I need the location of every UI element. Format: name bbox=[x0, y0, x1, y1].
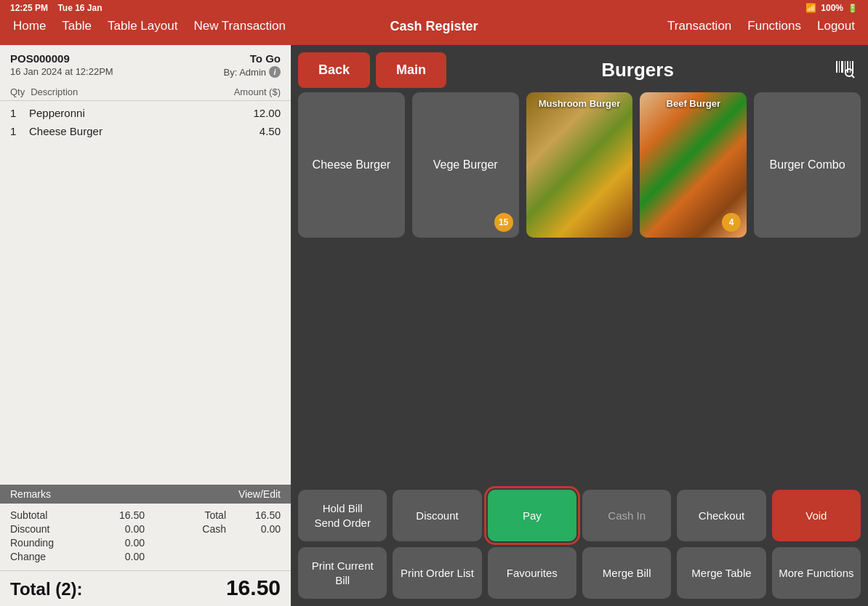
view-edit-link[interactable]: View/Edit bbox=[238, 488, 281, 500]
rounding-label: Rounding bbox=[10, 537, 68, 549]
receipt-top-row: POS000009 To Go bbox=[10, 52, 281, 65]
checkout-button[interactable]: Checkout bbox=[677, 490, 765, 541]
item-price-2: 4.50 bbox=[260, 125, 281, 137]
nav-table[interactable]: Table bbox=[62, 19, 92, 33]
order-type: To Go bbox=[250, 52, 281, 65]
print-order-list-button[interactable]: Print Order List bbox=[393, 547, 481, 599]
cash-right: Cash 0.00 bbox=[186, 523, 281, 535]
discount-button[interactable]: Discount bbox=[393, 490, 481, 541]
pay-button[interactable]: Pay bbox=[488, 490, 576, 541]
menu-item-label: Cheese Burger bbox=[307, 153, 397, 177]
nav-functions[interactable]: Functions bbox=[747, 19, 801, 33]
by-admin: By: Admin i bbox=[223, 66, 281, 78]
print-current-bill-button[interactable]: Print Current Bill bbox=[298, 547, 387, 599]
date: Tue 16 Jan bbox=[57, 3, 102, 13]
beef-burger-badge: 4 bbox=[722, 213, 741, 232]
barcode-search-button[interactable] bbox=[829, 55, 861, 86]
col-amount-header: Amount ($) bbox=[234, 86, 281, 97]
menu-area: Back Main Burgers bbox=[291, 45, 868, 485]
item-qty-1: 1 bbox=[10, 107, 25, 119]
battery-percent: 100% bbox=[821, 3, 843, 13]
menu-item-vege-burger[interactable]: Vege Burger 15 bbox=[412, 92, 519, 238]
menu-item-mushroom-burger[interactable]: Mushroom Burger bbox=[526, 92, 633, 238]
main-layout: POS000009 To Go 16 Jan 2024 at 12:22PM B… bbox=[0, 45, 868, 606]
grand-total-row: Total (2): 16.50 bbox=[0, 570, 291, 606]
subtotal-left: Subtotal 16.50 bbox=[10, 509, 145, 521]
time: 12:25 PM bbox=[10, 3, 48, 13]
nav-home[interactable]: Home bbox=[13, 19, 46, 33]
svg-rect-0 bbox=[836, 61, 837, 73]
menu-item-label: Vege Burger bbox=[427, 153, 504, 177]
barcode-icon bbox=[835, 58, 855, 78]
receipt-date: 16 Jan 2024 at 12:22PM bbox=[10, 66, 113, 77]
change-label: Change bbox=[10, 551, 68, 562]
status-right: 📶 100% 🔋 bbox=[805, 3, 858, 13]
grand-total-value: 16.50 bbox=[226, 575, 281, 600]
menu-item-cheese-burger[interactable]: Cheese Burger bbox=[298, 92, 405, 238]
remarks-section: Remarks View/Edit bbox=[0, 485, 291, 504]
nav-right: Transaction Functions Logout bbox=[667, 19, 855, 33]
svg-line-8 bbox=[852, 76, 854, 78]
svg-rect-5 bbox=[850, 61, 851, 73]
total-label: Total bbox=[186, 509, 226, 521]
cash-in-button[interactable]: Cash In bbox=[582, 490, 671, 541]
receipt-item[interactable]: 1 Cheese Burger 4.50 bbox=[10, 125, 281, 137]
top-bar: 12:25 PM Tue 16 Jan 📶 100% 🔋 Home Table … bbox=[0, 0, 868, 45]
totals-section: Subtotal 16.50 Total 16.50 Discount 0.00… bbox=[0, 504, 291, 570]
menu-item-label: Beef Burger bbox=[640, 98, 747, 109]
battery-icon: 🔋 bbox=[848, 4, 858, 13]
main-button[interactable]: Main bbox=[376, 52, 446, 88]
merge-bill-button[interactable]: Merge Bill bbox=[582, 547, 671, 599]
rounding-value: 0.00 bbox=[105, 537, 145, 549]
rounding-row: Rounding 0.00 bbox=[10, 537, 281, 549]
nav-left: Home Table Table Layout New Transaction bbox=[13, 19, 286, 33]
menu-item-beef-burger[interactable]: Beef Burger 4 bbox=[640, 92, 747, 238]
cash-label: Cash bbox=[186, 523, 226, 535]
menu-item-burger-combo[interactable]: Burger Combo bbox=[754, 92, 861, 238]
status-bar: 12:25 PM Tue 16 Jan 📶 100% 🔋 bbox=[0, 0, 868, 16]
receipt-items: 1 Pepperonni 12.00 1 Cheese Burger 4.50 bbox=[0, 101, 291, 485]
receipt-item[interactable]: 1 Pepperonni 12.00 bbox=[10, 107, 281, 119]
discount-value: 0.00 bbox=[105, 523, 145, 535]
discount-label: Discount bbox=[10, 523, 68, 535]
admin-label: By: Admin bbox=[223, 67, 266, 78]
subtotal-value: 16.50 bbox=[105, 509, 145, 521]
svg-rect-4 bbox=[847, 61, 848, 73]
rounding-left: Rounding 0.00 bbox=[10, 537, 145, 549]
change-row: Change 0.00 bbox=[10, 551, 281, 562]
nav-transaction[interactable]: Transaction bbox=[667, 19, 731, 33]
pos-number: POS000009 bbox=[10, 52, 70, 65]
receipt-column-headers: Qty Description Amount ($) bbox=[0, 84, 291, 101]
item-qty-2: 1 bbox=[10, 125, 25, 137]
change-left: Change 0.00 bbox=[10, 551, 145, 562]
discount-row: Discount 0.00 Cash 0.00 bbox=[10, 523, 281, 535]
hold-bill-send-order-button[interactable]: Hold Bill Send Order bbox=[298, 490, 387, 541]
receipt-header: POS000009 To Go 16 Jan 2024 at 12:22PM B… bbox=[0, 45, 291, 84]
nav-center-title: Cash Register bbox=[390, 19, 478, 34]
col-qty-header: Qty bbox=[10, 86, 25, 97]
more-functions-button[interactable]: More Functions bbox=[772, 547, 861, 599]
svg-point-7 bbox=[845, 69, 853, 76]
back-button[interactable]: Back bbox=[298, 52, 370, 88]
menu-item-label: Mushroom Burger bbox=[526, 98, 633, 109]
menu-grid: Cheese Burger Vege Burger 15 Mushroom Bu… bbox=[291, 92, 868, 485]
menu-nav: Back Main Burgers bbox=[291, 45, 868, 92]
nav-logout[interactable]: Logout bbox=[817, 19, 855, 33]
status-time-date: 12:25 PM Tue 16 Jan bbox=[10, 3, 103, 13]
right-panel: Back Main Burgers bbox=[291, 45, 868, 606]
receipt-date-row: 16 Jan 2024 at 12:22PM By: Admin i bbox=[10, 66, 281, 78]
subtotal-row: Subtotal 16.50 Total 16.50 bbox=[10, 509, 281, 521]
info-icon[interactable]: i bbox=[269, 66, 281, 78]
svg-rect-2 bbox=[841, 61, 843, 73]
favourites-button[interactable]: Favourites bbox=[488, 547, 576, 599]
subtotal-label: Subtotal bbox=[10, 509, 68, 521]
nav-new-transaction[interactable]: New Transaction bbox=[193, 19, 286, 33]
nav-table-layout[interactable]: Table Layout bbox=[108, 19, 177, 33]
vege-burger-badge: 15 bbox=[494, 213, 513, 232]
void-button[interactable]: Void bbox=[772, 490, 861, 541]
mushroom-burger-image bbox=[526, 92, 633, 238]
svg-rect-1 bbox=[839, 61, 840, 73]
merge-table-button[interactable]: Merge Table bbox=[677, 547, 765, 599]
grand-total-label: Total (2): bbox=[10, 579, 83, 599]
cash-value: 0.00 bbox=[248, 523, 281, 535]
